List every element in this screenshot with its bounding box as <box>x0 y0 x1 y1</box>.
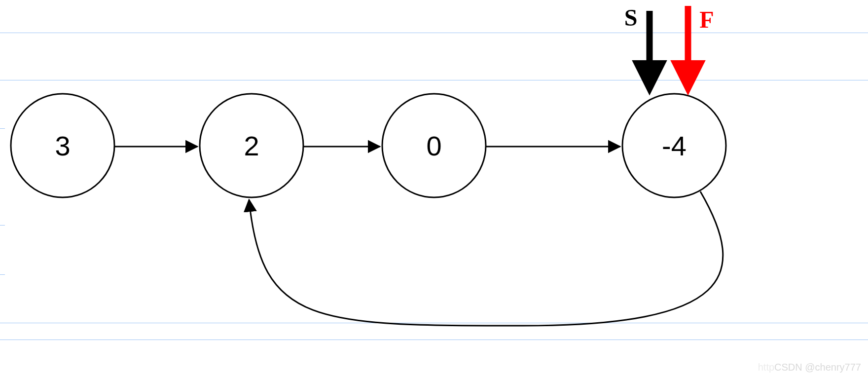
linked-list-diagram: 3 2 0 -4 S F <box>0 0 868 378</box>
node-1: 3 <box>11 94 114 197</box>
watermark-text: CSDN @chenry777 <box>774 362 861 373</box>
watermark: httpCSDN @chenry777 <box>758 362 861 373</box>
edge-cycle-4-2 <box>249 191 723 326</box>
pointer-fast-label: F <box>699 6 714 33</box>
node-4-value: -4 <box>662 130 687 161</box>
node-1-value: 3 <box>55 130 70 161</box>
pointer-slow-label: S <box>624 4 638 31</box>
watermark-prefix: http <box>758 362 774 373</box>
node-3: 0 <box>382 94 486 197</box>
pointer-slow: S <box>624 4 650 81</box>
node-3-value: 0 <box>426 130 441 161</box>
node-2-value: 2 <box>244 130 259 161</box>
node-2: 2 <box>200 94 303 197</box>
pointer-fast: F <box>688 6 714 81</box>
node-4: -4 <box>622 94 726 197</box>
